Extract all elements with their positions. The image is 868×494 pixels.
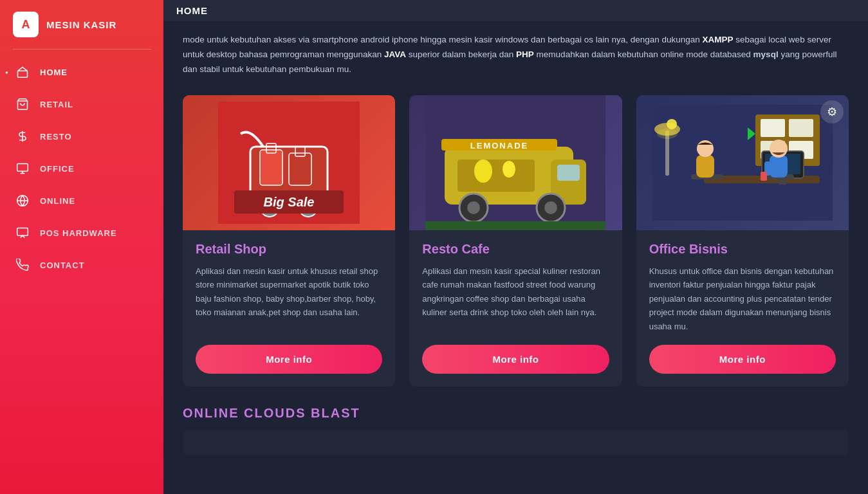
sidebar-item-contact[interactable]: CONTACT: [0, 249, 163, 281]
sidebar-label-online: ONLINE: [40, 196, 75, 206]
svg-rect-31: [425, 221, 605, 230]
sidebar-item-online[interactable]: ONLINE: [0, 185, 163, 217]
resto-icon: [15, 129, 30, 143]
sidebar-label-home: HOME: [40, 68, 68, 77]
svg-point-23: [467, 201, 480, 214]
sidebar-header: A MESIN KASIR: [0, 0, 163, 49]
card-resto-image: LEMONADE: [409, 95, 622, 230]
svg-point-53: [667, 119, 677, 129]
bottom-section: ONLINE CLOUDS BLAST: [163, 398, 868, 468]
intro-text-prefix: mode untuk kebutuhan akses via smartphon…: [183, 35, 703, 44]
svg-rect-43: [770, 155, 788, 178]
card-resto: LEMONADE Resto Cafe Aplikasi dan mesin k…: [409, 95, 622, 387]
cards-section: Big Sale Retail Shop Aplikasi dan mesin …: [163, 84, 868, 398]
sidebar-item-pos[interactable]: POS HARDWARE: [0, 217, 163, 249]
office-img: [636, 95, 849, 230]
sidebar-label-retail: RETAIL: [40, 100, 73, 109]
card-retail-desc: Aplikasi dan mesin kasir untuk khusus re…: [196, 264, 382, 333]
svg-rect-12: [260, 150, 282, 185]
intro-xampp: XAMPP: [703, 35, 734, 44]
sidebar-title: MESIN KASIR: [46, 19, 116, 30]
office-more-info-button[interactable]: More info: [649, 345, 836, 374]
sidebar-divider: [13, 49, 151, 50]
card-office: ⚙: [636, 95, 849, 387]
card-retail-image: Big Sale: [183, 95, 395, 230]
sidebar-item-home[interactable]: HOME: [0, 56, 163, 88]
svg-rect-35: [789, 119, 813, 137]
svg-rect-28: [457, 160, 535, 192]
svg-point-52: [657, 129, 678, 139]
sidebar-nav: HOME RETAIL RESTO OFFICE: [0, 56, 163, 281]
online-icon: [15, 194, 30, 208]
svg-point-29: [474, 160, 492, 183]
sidebar: A MESIN KASIR HOME RETAIL RESTO: [0, 0, 163, 494]
office-icon: [15, 161, 30, 176]
intro-section: mode untuk kebutuhan akses via smartphon…: [163, 21, 868, 84]
intro-text-middle2: superior dalam bekerja dan: [406, 50, 516, 59]
intro-mysql: mysql: [753, 50, 779, 59]
sidebar-logo: A: [13, 12, 39, 37]
main-content: HOME mode untuk kebutuhan akses via smar…: [163, 0, 868, 494]
home-icon: [15, 65, 30, 79]
retail-icon: [15, 97, 30, 111]
intro-java: JAVA: [384, 50, 406, 59]
svg-text:Big Sale: Big Sale: [264, 195, 315, 209]
retail-img: Big Sale: [183, 95, 395, 230]
card-office-body: Office Bisnis Khusus untuk office dan bi…: [636, 230, 849, 387]
svg-rect-48: [696, 155, 714, 178]
retail-more-info-button[interactable]: More info: [196, 345, 382, 374]
sidebar-label-office: OFFICE: [40, 164, 75, 174]
gear-button[interactable]: ⚙: [820, 100, 844, 124]
svg-rect-0: [18, 71, 28, 77]
contact-icon: [15, 258, 30, 272]
card-resto-title: Resto Cafe: [422, 242, 609, 257]
svg-rect-21: [557, 165, 580, 181]
card-resto-desc: Aplikasi dan mesin kasir special kuliner…: [422, 264, 609, 333]
sidebar-label-pos: POS HARDWARE: [40, 228, 117, 238]
topbar-title: HOME: [176, 5, 208, 16]
card-retail: Big Sale Retail Shop Aplikasi dan mesin …: [183, 95, 395, 387]
sidebar-item-resto[interactable]: RESTO: [0, 120, 163, 152]
card-retail-title: Retail Shop: [196, 242, 382, 257]
sidebar-label-resto: RESTO: [40, 132, 72, 142]
sidebar-item-office[interactable]: OFFICE: [0, 152, 163, 185]
pos-icon: [15, 226, 30, 240]
svg-rect-34: [761, 119, 785, 137]
card-retail-body: Retail Shop Aplikasi dan mesin kasir unt…: [183, 230, 395, 387]
svg-rect-7: [17, 228, 28, 236]
sidebar-label-contact: CONTACT: [40, 261, 85, 270]
card-office-desc: Khusus untuk office dan bisnis dengan ke…: [649, 264, 836, 333]
online-clouds-heading: ONLINE CLOUDS BLAST: [183, 406, 849, 421]
svg-rect-2: [17, 164, 28, 172]
resto-more-info-button[interactable]: More info: [422, 345, 609, 374]
card-office-image: [636, 95, 849, 230]
intro-php: PHP: [516, 50, 534, 59]
card-resto-body: Resto Cafe Aplikasi dan mesin kasir spec…: [409, 230, 622, 387]
card-office-title: Office Bisnis: [649, 242, 836, 257]
intro-text-middle3: memudahkan dalam kebutuhan online mode d…: [534, 50, 753, 59]
svg-point-30: [503, 161, 515, 178]
svg-rect-14: [289, 153, 311, 185]
top-bar: HOME: [163, 0, 868, 21]
svg-rect-46: [761, 172, 767, 181]
sidebar-item-retail[interactable]: RETAIL: [0, 88, 163, 120]
lemonade-img: LEMONADE: [409, 95, 622, 230]
svg-text:LEMONADE: LEMONADE: [470, 141, 528, 151]
svg-point-25: [544, 201, 557, 214]
